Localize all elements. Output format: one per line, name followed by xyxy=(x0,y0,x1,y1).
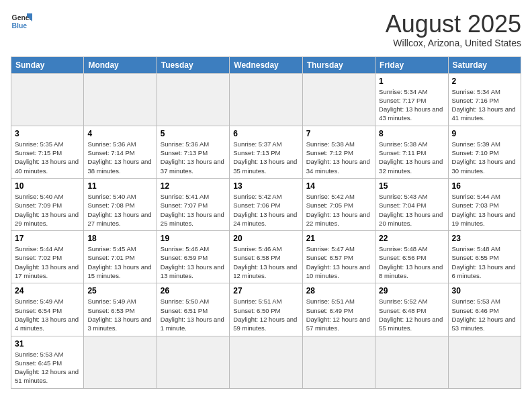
day-info: Sunrise: 5:38 AM Sunset: 7:12 PM Dayligh… xyxy=(306,140,371,175)
day-number: 23 xyxy=(452,234,517,243)
day-number: 1 xyxy=(379,77,444,86)
day-number: 29 xyxy=(379,286,444,295)
calendar-cell: 23Sunrise: 5:48 AM Sunset: 6:55 PM Dayli… xyxy=(448,231,521,283)
page-header: General Blue August 2025 Willcox, Arizon… xyxy=(11,11,521,48)
day-info: Sunrise: 5:38 AM Sunset: 7:11 PM Dayligh… xyxy=(379,140,444,175)
col-wednesday: Wednesday xyxy=(230,56,302,73)
calendar-week-row: 10Sunrise: 5:40 AM Sunset: 7:09 PM Dayli… xyxy=(11,178,521,230)
calendar-cell xyxy=(302,336,375,388)
header-row: Sunday Monday Tuesday Wednesday Thursday… xyxy=(11,56,521,73)
day-info: Sunrise: 5:39 AM Sunset: 7:10 PM Dayligh… xyxy=(452,140,517,175)
day-number: 16 xyxy=(452,181,517,191)
day-info: Sunrise: 5:51 AM Sunset: 6:50 PM Dayligh… xyxy=(233,297,298,332)
day-number: 7 xyxy=(306,129,371,138)
day-info: Sunrise: 5:36 AM Sunset: 7:14 PM Dayligh… xyxy=(87,140,152,175)
day-info: Sunrise: 5:36 AM Sunset: 7:13 PM Dayligh… xyxy=(161,140,226,175)
col-saturday: Saturday xyxy=(448,56,521,73)
calendar-cell: 12Sunrise: 5:41 AM Sunset: 7:07 PM Dayli… xyxy=(157,178,229,230)
svg-text:Blue: Blue xyxy=(12,22,28,30)
calendar-week-row: 3Sunrise: 5:35 AM Sunset: 7:15 PM Daylig… xyxy=(11,126,521,178)
calendar-week-row: 17Sunrise: 5:44 AM Sunset: 7:02 PM Dayli… xyxy=(11,231,521,283)
day-info: Sunrise: 5:41 AM Sunset: 7:07 PM Dayligh… xyxy=(161,192,226,228)
day-info: Sunrise: 5:45 AM Sunset: 7:01 PM Dayligh… xyxy=(87,244,152,280)
day-info: Sunrise: 5:40 AM Sunset: 7:08 PM Dayligh… xyxy=(87,192,152,228)
day-info: Sunrise: 5:52 AM Sunset: 6:48 PM Dayligh… xyxy=(379,297,444,332)
day-number: 24 xyxy=(15,286,80,295)
day-info: Sunrise: 5:46 AM Sunset: 6:58 PM Dayligh… xyxy=(233,244,298,280)
day-info: Sunrise: 5:34 AM Sunset: 7:17 PM Dayligh… xyxy=(379,87,444,123)
calendar-cell xyxy=(230,336,302,388)
day-info: Sunrise: 5:48 AM Sunset: 6:56 PM Dayligh… xyxy=(379,244,444,280)
calendar-cell: 24Sunrise: 5:49 AM Sunset: 6:54 PM Dayli… xyxy=(11,283,84,336)
calendar-cell xyxy=(230,73,302,126)
calendar-cell: 17Sunrise: 5:44 AM Sunset: 7:02 PM Dayli… xyxy=(11,231,84,283)
day-number: 25 xyxy=(87,286,152,295)
day-info: Sunrise: 5:53 AM Sunset: 6:45 PM Dayligh… xyxy=(15,350,80,385)
calendar-cell: 6Sunrise: 5:37 AM Sunset: 7:13 PM Daylig… xyxy=(230,126,302,178)
day-info: Sunrise: 5:47 AM Sunset: 6:57 PM Dayligh… xyxy=(306,244,371,280)
day-number: 30 xyxy=(452,286,517,295)
day-info: Sunrise: 5:34 AM Sunset: 7:16 PM Dayligh… xyxy=(452,87,517,123)
calendar-cell: 25Sunrise: 5:49 AM Sunset: 6:53 PM Dayli… xyxy=(84,283,157,336)
day-info: Sunrise: 5:42 AM Sunset: 7:05 PM Dayligh… xyxy=(306,192,371,228)
calendar-cell: 19Sunrise: 5:46 AM Sunset: 6:59 PM Dayli… xyxy=(157,231,229,283)
calendar-cell: 27Sunrise: 5:51 AM Sunset: 6:50 PM Dayli… xyxy=(230,283,302,336)
day-number: 28 xyxy=(306,286,371,295)
day-number: 8 xyxy=(379,129,444,138)
calendar-cell: 31Sunrise: 5:53 AM Sunset: 6:45 PM Dayli… xyxy=(11,336,84,388)
day-info: Sunrise: 5:43 AM Sunset: 7:04 PM Dayligh… xyxy=(379,192,444,228)
day-info: Sunrise: 5:44 AM Sunset: 7:02 PM Dayligh… xyxy=(15,244,80,280)
day-info: Sunrise: 5:42 AM Sunset: 7:06 PM Dayligh… xyxy=(233,192,298,228)
calendar-cell: 5Sunrise: 5:36 AM Sunset: 7:13 PM Daylig… xyxy=(157,126,229,178)
calendar-cell xyxy=(157,336,229,388)
day-info: Sunrise: 5:46 AM Sunset: 6:59 PM Dayligh… xyxy=(161,244,226,280)
calendar-cell: 7Sunrise: 5:38 AM Sunset: 7:12 PM Daylig… xyxy=(302,126,375,178)
day-number: 18 xyxy=(87,234,152,243)
calendar-cell xyxy=(375,336,448,388)
calendar-cell: 1Sunrise: 5:34 AM Sunset: 7:17 PM Daylig… xyxy=(375,73,448,126)
day-number: 15 xyxy=(379,181,444,191)
day-number: 17 xyxy=(15,234,80,243)
day-number: 6 xyxy=(233,129,298,138)
day-number: 9 xyxy=(452,129,517,138)
calendar-title: August 2025 xyxy=(386,11,521,38)
calendar-cell xyxy=(157,73,229,126)
day-number: 20 xyxy=(233,234,298,243)
calendar-table: Sunday Monday Tuesday Wednesday Thursday… xyxy=(11,56,521,389)
day-number: 5 xyxy=(161,129,226,138)
day-number: 14 xyxy=(306,181,371,191)
calendar-cell xyxy=(11,73,84,126)
day-number: 11 xyxy=(87,181,152,191)
day-info: Sunrise: 5:37 AM Sunset: 7:13 PM Dayligh… xyxy=(233,140,298,175)
day-number: 26 xyxy=(161,286,226,295)
day-info: Sunrise: 5:35 AM Sunset: 7:15 PM Dayligh… xyxy=(15,140,80,175)
calendar-cell xyxy=(302,73,375,126)
day-number: 19 xyxy=(161,234,226,243)
calendar-week-row: 24Sunrise: 5:49 AM Sunset: 6:54 PM Dayli… xyxy=(11,283,521,336)
calendar-cell: 10Sunrise: 5:40 AM Sunset: 7:09 PM Dayli… xyxy=(11,178,84,230)
col-tuesday: Tuesday xyxy=(157,56,229,73)
day-number: 10 xyxy=(15,181,80,191)
logo: General Blue xyxy=(11,11,32,32)
calendar-cell: 26Sunrise: 5:50 AM Sunset: 6:51 PM Dayli… xyxy=(157,283,229,336)
title-section: August 2025 Willcox, Arizona, United Sta… xyxy=(386,11,521,48)
calendar-cell: 11Sunrise: 5:40 AM Sunset: 7:08 PM Dayli… xyxy=(84,178,157,230)
day-info: Sunrise: 5:49 AM Sunset: 6:54 PM Dayligh… xyxy=(15,297,80,332)
day-info: Sunrise: 5:50 AM Sunset: 6:51 PM Dayligh… xyxy=(161,297,226,332)
day-info: Sunrise: 5:48 AM Sunset: 6:55 PM Dayligh… xyxy=(452,244,517,280)
calendar-cell: 2Sunrise: 5:34 AM Sunset: 7:16 PM Daylig… xyxy=(448,73,521,126)
calendar-cell xyxy=(84,73,157,126)
day-number: 31 xyxy=(15,339,80,349)
calendar-cell: 20Sunrise: 5:46 AM Sunset: 6:58 PM Dayli… xyxy=(230,231,302,283)
calendar-cell: 15Sunrise: 5:43 AM Sunset: 7:04 PM Dayli… xyxy=(375,178,448,230)
calendar-cell: 30Sunrise: 5:53 AM Sunset: 6:46 PM Dayli… xyxy=(448,283,521,336)
day-number: 27 xyxy=(233,286,298,295)
col-monday: Monday xyxy=(84,56,157,73)
day-info: Sunrise: 5:44 AM Sunset: 7:03 PM Dayligh… xyxy=(452,192,517,228)
day-number: 12 xyxy=(161,181,226,191)
day-number: 4 xyxy=(87,129,152,138)
day-number: 21 xyxy=(306,234,371,243)
calendar-cell xyxy=(448,336,521,388)
day-number: 22 xyxy=(379,234,444,243)
calendar-cell: 4Sunrise: 5:36 AM Sunset: 7:14 PM Daylig… xyxy=(84,126,157,178)
